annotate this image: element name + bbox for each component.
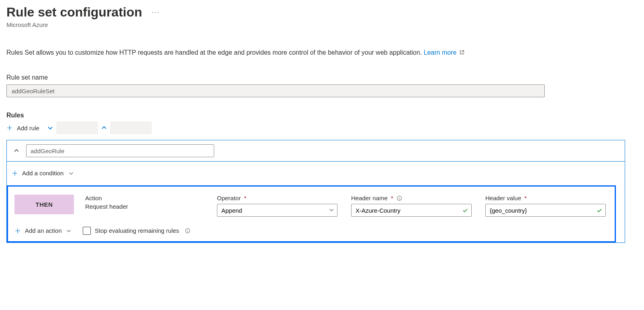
header-value-label-text: Header value xyxy=(485,195,521,201)
svg-point-3 xyxy=(187,229,188,230)
operator-label: Operator * xyxy=(217,195,340,201)
rule-set-name-label: Rule set name xyxy=(6,74,638,81)
learn-more-link[interactable]: Learn more xyxy=(424,49,465,56)
rule-set-name-input[interactable] xyxy=(6,84,545,97)
svg-point-1 xyxy=(399,197,399,197)
page-title: Rule set configuration xyxy=(6,5,142,20)
required-indicator: * xyxy=(524,195,527,201)
action-label: Action xyxy=(85,195,206,201)
header-name-label: Header name * xyxy=(351,195,474,201)
header-name-label-text: Header name xyxy=(351,195,388,201)
required-indicator: * xyxy=(391,195,393,201)
page-subtitle: Microsoft Azure xyxy=(6,21,638,28)
chevron-down-icon xyxy=(68,170,74,176)
info-icon[interactable] xyxy=(185,228,190,234)
header-value-input[interactable] xyxy=(485,204,606,217)
then-block: THEN Action Request header Operator * Ap… xyxy=(7,185,616,242)
stop-evaluating-label: Stop evaluating remaining rules xyxy=(95,227,179,234)
collapse-rule-button[interactable] xyxy=(12,146,21,156)
move-down-order-input[interactable] xyxy=(56,121,98,134)
required-indicator: * xyxy=(244,195,246,201)
more-options-button[interactable]: ··· xyxy=(152,9,159,16)
action-value: Request header xyxy=(85,203,128,210)
add-condition-label: Add a condition xyxy=(22,170,63,177)
info-icon[interactable] xyxy=(397,195,402,201)
learn-more-label: Learn more xyxy=(424,49,457,56)
plus-icon xyxy=(12,170,18,177)
move-up-order-input[interactable] xyxy=(110,121,152,134)
header-value-label: Header value * xyxy=(485,195,608,201)
add-rule-button[interactable]: Add rule xyxy=(6,123,39,133)
add-action-button[interactable]: Add an action xyxy=(14,226,72,236)
external-link-icon xyxy=(459,49,465,55)
chevron-down-icon xyxy=(66,228,72,234)
add-condition-button[interactable]: Add a condition xyxy=(12,168,74,178)
move-up-button[interactable] xyxy=(100,123,108,132)
then-badge: THEN xyxy=(14,195,74,214)
operator-label-text: Operator xyxy=(217,195,241,201)
plus-icon xyxy=(6,125,13,131)
description-body: Rules Set allows you to customize how HT… xyxy=(6,49,424,56)
add-rule-label: Add rule xyxy=(17,125,39,131)
plus-icon xyxy=(14,228,21,234)
description-text: Rules Set allows you to customize how HT… xyxy=(6,49,638,56)
rule-card: Add a condition THEN Action Request head… xyxy=(6,140,625,243)
rules-heading: Rules xyxy=(6,112,638,119)
rule-name-input[interactable] xyxy=(26,144,214,157)
operator-select[interactable]: Append xyxy=(217,204,337,217)
stop-evaluating-checkbox[interactable] xyxy=(83,227,91,235)
add-action-label: Add an action xyxy=(25,227,62,234)
move-down-button[interactable] xyxy=(46,123,55,132)
header-name-input[interactable] xyxy=(351,204,472,217)
